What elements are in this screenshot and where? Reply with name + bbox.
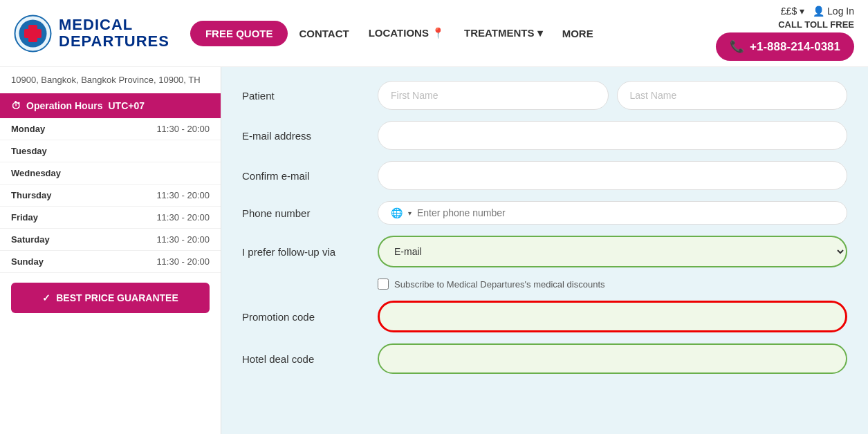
time-label: 11:30 - 20:00 [156, 212, 210, 223]
day-label: Sunday [11, 256, 44, 267]
person-icon: 👤 [813, 6, 824, 17]
time-label: 11:30 - 20:00 [156, 256, 210, 267]
call-toll-free-label: CALL TOLL FREE [778, 19, 854, 30]
checkmark-icon: ✓ [42, 292, 50, 303]
time-label: 11:30 - 20:00 [156, 234, 210, 245]
timezone-label: UTC+07 [108, 100, 145, 111]
subscribe-label: Subscribe to Medical Departures's medica… [394, 279, 605, 290]
operation-hours-header: ⏱ Operation Hours UTC+07 [0, 93, 221, 118]
hours-table: Monday 11:30 - 20:00 Tuesday Wednesday T… [0, 118, 221, 273]
hours-row-tuesday: Tuesday [0, 140, 221, 162]
login-link[interactable]: 👤 Log In [813, 6, 854, 17]
day-label: Tuesday [11, 146, 47, 156]
hours-row-saturday: Saturday 11:30 - 20:00 [0, 229, 221, 251]
email-row: E-mail address [242, 121, 847, 150]
currency-selector[interactable]: ££$ ▾ [781, 6, 804, 17]
day-label: Saturday [11, 234, 50, 245]
hotel-field-wrapper [378, 343, 847, 374]
email-input[interactable] [378, 121, 847, 150]
subscribe-checkbox[interactable] [378, 279, 389, 290]
best-price-button[interactable]: ✓ BEST PRICE GUARANTEE [11, 283, 210, 313]
clock-icon: ⏱ [11, 100, 21, 111]
flag-dropdown-icon: ▾ [408, 209, 412, 217]
currency-dropdown-icon: ▾ [800, 6, 804, 17]
header-top-right: ££$ ▾ 👤 Log In [781, 6, 854, 17]
confirm-email-row: Confirm e-mail [242, 161, 847, 190]
operation-hours-label: Operation Hours [26, 100, 102, 111]
day-label: Friday [11, 212, 38, 223]
nav-treatments[interactable]: TREATMENTS ▾ [456, 21, 551, 45]
phone-input[interactable] [417, 207, 834, 218]
email-field-wrapper [378, 121, 847, 150]
phone-icon: 📞 [730, 39, 744, 54]
nav-locations[interactable]: LOCATIONS 📍 [360, 21, 453, 45]
subscribe-row: Subscribe to Medical Departures's medica… [378, 279, 847, 290]
time-label: 11:30 - 20:00 [156, 190, 210, 200]
first-name-input[interactable] [378, 81, 609, 110]
logo-departures: DEPARTURES [59, 33, 169, 50]
time-label: 11:30 - 20:00 [156, 124, 210, 134]
promotion-label: Promotion code [242, 311, 367, 323]
free-quote-button[interactable]: FREE QUOTE [190, 21, 288, 46]
sidebar: 10900, Bangkok, Bangkok Province, 10900,… [0, 67, 221, 434]
confirm-email-input[interactable] [378, 161, 847, 190]
follow-up-field-wrapper: E-mail Phone SMS [378, 236, 847, 267]
sidebar-address: 10900, Bangkok, Bangkok Province, 10900,… [0, 67, 221, 93]
logo-area: MEDICAL DEPARTURES [14, 15, 169, 53]
promotion-field-wrapper [378, 301, 847, 332]
hotel-label: Hotel deal code [242, 353, 367, 365]
form-area: Patient E-mail address Confirm e-mail Ph… [221, 67, 868, 434]
main-layout: 10900, Bangkok, Bangkok Province, 10900,… [0, 67, 868, 434]
phone-button[interactable]: 📞 +1-888-214-0381 [716, 32, 854, 61]
svg-rect-3 [24, 29, 41, 38]
last-name-input[interactable] [617, 81, 848, 110]
follow-up-row: I prefer follow-up via E-mail Phone SMS [242, 236, 847, 267]
header-right: ££$ ▾ 👤 Log In CALL TOLL FREE 📞 +1-888-2… [716, 6, 854, 61]
logo-medical: MEDICAL [59, 17, 169, 33]
hours-row-thursday: Thursday 11:30 - 20:00 [0, 185, 221, 207]
confirm-email-label: Confirm e-mail [242, 170, 367, 182]
logo-text: MEDICAL DEPARTURES [59, 17, 169, 50]
promotion-row: Promotion code [242, 301, 847, 332]
patient-row: Patient [242, 81, 847, 110]
hotel-input[interactable] [378, 343, 847, 374]
follow-up-label: I prefer follow-up via [242, 246, 367, 258]
hours-row-wednesday: Wednesday [0, 162, 221, 185]
day-label: Thursday [11, 190, 52, 200]
patient-fields [378, 81, 847, 110]
phone-label: Phone number [242, 207, 367, 219]
hours-row-monday: Monday 11:30 - 20:00 [0, 118, 221, 140]
hotel-row: Hotel deal code [242, 343, 847, 374]
phone-field-wrapper: 🌐 ▾ [378, 201, 847, 225]
main-nav: FREE QUOTE CONTACT LOCATIONS 📍 TREATMENT… [190, 21, 716, 46]
confirm-email-field-wrapper [378, 161, 847, 190]
flag-icon: 🌐 [391, 207, 403, 218]
header: MEDICAL DEPARTURES FREE QUOTE CONTACT LO… [0, 0, 868, 67]
hours-row-friday: Friday 11:30 - 20:00 [0, 207, 221, 229]
nav-contact[interactable]: CONTACT [290, 22, 357, 45]
hours-row-sunday: Sunday 11:30 - 20:00 [0, 251, 221, 273]
phone-input-wrapper[interactable]: 🌐 ▾ [378, 201, 847, 225]
follow-up-select[interactable]: E-mail Phone SMS [378, 236, 847, 267]
nav-more[interactable]: MORE [554, 22, 602, 45]
day-label: Monday [11, 124, 45, 134]
location-icon: 📍 [432, 27, 445, 39]
dropdown-arrow-icon: ▾ [537, 27, 543, 39]
promotion-input[interactable] [378, 301, 847, 332]
phone-row: Phone number 🌐 ▾ [242, 201, 847, 225]
email-label: E-mail address [242, 130, 367, 142]
day-label: Wednesday [11, 168, 61, 178]
patient-label: Patient [242, 90, 367, 102]
logo-icon [14, 15, 52, 53]
